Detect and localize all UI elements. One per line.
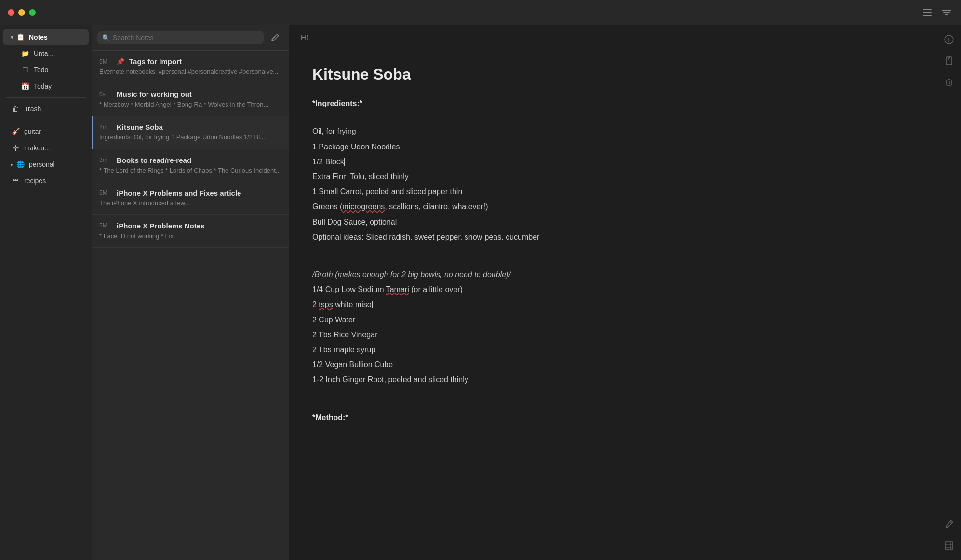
- note-time: 5M: [99, 222, 113, 229]
- squiggle-tamari: Tamari: [386, 285, 409, 293]
- recipes-icon: 🗃: [11, 176, 20, 186]
- note-title: Books to read/re-read: [117, 156, 191, 164]
- search-input[interactable]: [113, 34, 259, 41]
- search-input-wrap[interactable]: 🔍: [97, 31, 264, 44]
- svg-rect-2: [923, 15, 932, 16]
- delete-button[interactable]: [940, 73, 958, 91]
- svg-rect-0: [923, 9, 932, 10]
- note-preview: * Merzbow * Morbid Angel * Bong-Ra * Wol…: [99, 100, 281, 109]
- sidebar-divider-1: [6, 97, 86, 98]
- ingredients-header: *Ingredients:*: [312, 97, 913, 110]
- guitar-icon: 🎸: [11, 127, 20, 136]
- note-preview: * The Lord of the Rings * Lords of Chaos…: [99, 166, 281, 175]
- ingredient-3: Extra Firm Tofu, sliced thinly: [312, 170, 913, 183]
- note-title: Kitsune Soba: [117, 123, 163, 131]
- note-item-kitsune[interactable]: 2m Kitsune Soba Ingredients: Oil, for fr…: [92, 116, 289, 149]
- sidebar-item-recipes[interactable]: 🗃 recipes: [3, 173, 89, 188]
- sidebar-todo-label: Todo: [34, 66, 48, 74]
- globe-icon: 🌐: [15, 160, 25, 169]
- broth-3: 2 Tbs Rice Vinegar: [312, 328, 913, 341]
- editor-toolbar: H1: [289, 25, 936, 50]
- note-item-books[interactable]: 3m Books to read/re-read * The Lord of t…: [92, 149, 289, 182]
- note-title: iPhone X Problems Notes: [117, 222, 205, 230]
- note-meta: 5M iPhone X Problems and Fixes article: [99, 189, 281, 197]
- squiggle-microgreens: microgreens: [342, 202, 385, 211]
- table-button[interactable]: [940, 537, 958, 554]
- ingredient-7: Optional ideas: Sliced radish, sweet pep…: [312, 230, 913, 243]
- note-preview: * Face ID not working * Fix:: [99, 232, 281, 240]
- search-bar: 🔍: [92, 25, 289, 51]
- maximize-button[interactable]: [29, 9, 36, 16]
- svg-rect-15: [945, 542, 953, 549]
- ingredient-4: 1 Small Carrot, peeled and sliced paper …: [312, 185, 913, 198]
- svg-rect-11: [947, 80, 951, 85]
- note-meta: 3m Books to read/re-read: [99, 156, 281, 164]
- note-item-iphone-notes[interactable]: 5M iPhone X Problems Notes * Face ID not…: [92, 215, 289, 248]
- text-cursor-2: [372, 301, 373, 308]
- note-meta: 0s Music for working out: [99, 90, 281, 98]
- sidebar-item-today[interactable]: 📅 Today: [3, 79, 89, 94]
- traffic-lights: [8, 9, 36, 16]
- minimize-button[interactable]: [18, 9, 25, 16]
- ingredient-6: Bull Dog Sauce, optional: [312, 215, 913, 228]
- chevron-right-icon: ▸: [11, 161, 13, 168]
- share-button[interactable]: [940, 52, 958, 69]
- note-time: 0s: [99, 91, 113, 98]
- notes-list-panel: 🔍 5M 📌 Tags for Import Evernote notebook…: [92, 25, 289, 560]
- note-time: 5M: [99, 58, 113, 65]
- sidebar-personal-label: personal: [29, 160, 55, 168]
- sidebar-toggle-icon[interactable]: [921, 6, 934, 19]
- ingredient-5: Greens (microgreens, scallions, cilantro…: [312, 200, 913, 213]
- titlebar: [0, 0, 961, 25]
- note-preview: The iPhone X introduced a few...: [99, 199, 281, 208]
- note-time: 3m: [99, 157, 113, 163]
- sidebar-item-notes[interactable]: ▾ 📋 Notes: [3, 29, 89, 45]
- sidebar-item-todo[interactable]: ☐ Todo: [3, 62, 89, 78]
- ingredient-0: Oil, for frying: [312, 125, 913, 138]
- sidebar-today-label: Today: [34, 82, 52, 90]
- app-body: ▾ 📋 Notes 📁 Unta... ☐ Todo 📅 Today 🗑 Tra…: [0, 25, 961, 560]
- sidebar-makeup-label: makeu...: [24, 144, 50, 152]
- svg-rect-1: [923, 12, 932, 13]
- editor-title: Kitsune Soba: [312, 66, 913, 83]
- notes-icon: 📋: [15, 32, 25, 42]
- note-title: Tags for Import: [129, 57, 182, 66]
- sidebar-item-trash[interactable]: 🗑 Trash: [3, 101, 89, 117]
- note-preview: Ingredients: Oil, for frying 1 Package U…: [99, 133, 281, 142]
- sidebar-item-untitled[interactable]: 📁 Unta...: [3, 46, 89, 61]
- ingredient-1: 1 Package Udon Noodles: [312, 140, 913, 153]
- pin-icon: 📌: [117, 58, 124, 65]
- sidebar: ▾ 📋 Notes 📁 Unta... ☐ Todo 📅 Today 🗑 Tra…: [0, 25, 92, 560]
- sidebar-guitar-label: guitar: [24, 128, 41, 135]
- filter-icon[interactable]: [940, 6, 953, 19]
- close-button[interactable]: [8, 9, 14, 16]
- method-header: *Method:*: [312, 411, 913, 424]
- sidebar-item-makeup[interactable]: ✛ makeu...: [3, 140, 89, 156]
- broth-0: 1/4 Cup Low Sodium Tamari (or a little o…: [312, 283, 913, 296]
- note-time: 5M: [99, 189, 113, 196]
- broth-6: 1-2 Inch Ginger Root, peeled and sliced …: [312, 373, 913, 386]
- note-time: 2m: [99, 124, 113, 131]
- note-item-iphone-problems[interactable]: 5M iPhone X Problems and Fixes article T…: [92, 182, 289, 215]
- search-icon: 🔍: [102, 34, 110, 41]
- titlebar-right-icons: [921, 6, 953, 19]
- note-meta: 2m Kitsune Soba: [99, 123, 281, 131]
- note-meta: 5M 📌 Tags for Import: [99, 57, 281, 66]
- info-button[interactable]: i: [940, 31, 958, 48]
- squiggle-tsps: tsps: [319, 300, 333, 308]
- editor-content[interactable]: Kitsune Soba *Ingredients:* Oil, for fry…: [289, 50, 936, 560]
- broth-header: /Broth (makes enough for 2 big bowls, no…: [312, 268, 913, 281]
- note-title: iPhone X Problems and Fixes article: [117, 189, 241, 197]
- pen-button[interactable]: [940, 516, 958, 533]
- sidebar-divider-2: [6, 120, 86, 120]
- note-item-music[interactable]: 0s Music for working out * Merzbow * Mor…: [92, 83, 289, 116]
- sidebar-item-personal[interactable]: ▸ 🌐 personal: [3, 157, 89, 172]
- folder-icon: 📁: [20, 49, 30, 58]
- compose-button[interactable]: [267, 30, 283, 45]
- note-title: Music for working out: [117, 90, 192, 98]
- note-item-tags-import[interactable]: 5M 📌 Tags for Import Evernote notebooks:…: [92, 51, 289, 83]
- editor-body[interactable]: *Ingredients:* Oil, for frying 1 Package…: [312, 97, 913, 424]
- sidebar-notes-label: Notes: [29, 33, 48, 41]
- heading-label: H1: [301, 33, 310, 41]
- sidebar-item-guitar[interactable]: 🎸 guitar: [3, 124, 89, 139]
